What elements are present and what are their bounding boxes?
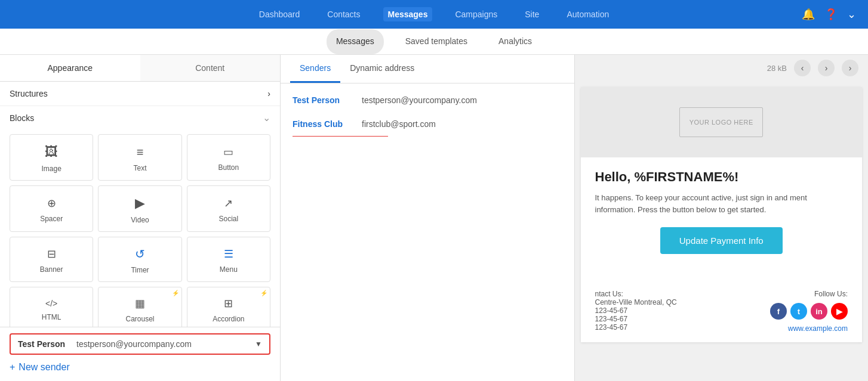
twitter-icon[interactable]: t <box>790 303 807 320</box>
sub-navigation: Messages Saved templates Analytics <box>0 29 868 55</box>
block-html[interactable]: </> HTML <box>10 287 93 327</box>
block-text[interactable]: ≡ Text <box>98 134 181 181</box>
block-carousel-label: Carousel <box>125 315 154 323</box>
footer-social: Follow Us: f t in ▶ www.example.com <box>770 290 848 333</box>
block-button-label: Button <box>218 163 239 172</box>
block-banner-label: Banner <box>40 265 63 274</box>
sender-0-name: Test Person <box>293 95 352 105</box>
menu-icon: ☰ <box>224 247 233 261</box>
senders-tabs: Senders Dynamic address <box>281 55 574 83</box>
nav-messages[interactable]: Messages <box>383 7 433 21</box>
carousel-icon: ▦ <box>135 297 145 310</box>
sender-select[interactable]: Test Person testperson@yourcompany.com ▼ <box>10 333 270 355</box>
email-greeting: Hello, %FIRSTNAME%! <box>595 169 848 185</box>
subnav-messages[interactable]: Messages <box>327 29 384 54</box>
youtube-icon[interactable]: ▶ <box>831 303 848 320</box>
user-menu-icon[interactable]: ⌄ <box>847 8 856 21</box>
block-image-label: Image <box>41 165 61 173</box>
button-icon: ▭ <box>223 145 233 159</box>
block-social[interactable]: ↗ Social <box>187 185 270 232</box>
block-accordion-label: Accordion <box>213 315 244 323</box>
sender-row-0[interactable]: Test Person testperson@yourcompany.com <box>281 88 574 112</box>
preview-toolbar: 28 kB ‹ › › <box>575 55 869 81</box>
email-logo: YOUR LOGO HERE <box>679 107 763 137</box>
block-spacer[interactable]: ⊕ Spacer <box>10 185 93 232</box>
sender-row-1[interactable]: Fitness Club firstclub@sport.com <box>281 112 574 136</box>
nav-site[interactable]: Site <box>520 7 544 21</box>
footer-address: Centre-Ville Montreal, QC <box>595 298 771 306</box>
chevron-right-icon: › <box>267 89 270 98</box>
block-image[interactable]: 🖼 Image <box>10 134 93 181</box>
selected-sender-email: testperson@yourcompany.com <box>76 339 250 349</box>
accordion-icon: ⊞ <box>224 297 233 310</box>
text-icon: ≡ <box>137 145 144 159</box>
tab-senders[interactable]: Senders <box>290 55 340 83</box>
sender-bar: Test Person testperson@yourcompany.com ▼… <box>0 327 280 381</box>
help-icon[interactable]: ❓ <box>824 8 838 21</box>
instagram-icon[interactable]: in <box>811 303 827 320</box>
sender-1-name: Fitness Club <box>293 119 352 129</box>
nav-links: Dashboard Contacts Messages Campaigns Si… <box>254 7 614 21</box>
email-logo-area: YOUR LOGO HERE <box>581 87 863 157</box>
senders-list: Test Person testperson@yourcompany.com F… <box>281 83 574 381</box>
structures-section[interactable]: Structures › <box>0 82 280 106</box>
sender-divider <box>293 136 388 137</box>
left-panel: Appearance Content Structures › Blocks ⌄… <box>0 55 281 381</box>
sender-1-email: firstclub@sport.com <box>362 119 436 129</box>
block-button[interactable]: ▭ Button <box>187 134 270 181</box>
nav-automation[interactable]: Automation <box>562 7 614 21</box>
image-icon: 🖼 <box>45 144 58 160</box>
timer-icon: ↺ <box>135 247 145 261</box>
block-video[interactable]: ▶ Video <box>98 185 181 232</box>
blocks-collapse-icon[interactable]: ⌄ <box>263 112 270 123</box>
nav-contacts[interactable]: Contacts <box>322 7 365 21</box>
facebook-icon[interactable]: f <box>770 303 787 320</box>
top-nav-icons: 🔔 ❓ ⌄ <box>802 8 856 21</box>
block-carousel[interactable]: ⚡ ▦ Carousel <box>98 287 181 327</box>
preview-content: YOUR LOGO HERE Hello, %FIRSTNAME%! It ha… <box>575 81 869 381</box>
preview-forward-button[interactable]: › <box>818 60 835 76</box>
footer-follow-label: Follow Us: <box>814 290 848 298</box>
nav-dashboard[interactable]: Dashboard <box>254 7 305 21</box>
logo-placeholder-text: YOUR LOGO HERE <box>690 119 753 126</box>
block-banner[interactable]: ⊟ Banner <box>10 237 93 282</box>
footer-phone2: 123-45-67 <box>595 315 771 323</box>
block-text-label: Text <box>133 164 146 172</box>
blocks-grid: 🖼 Image ≡ Text ▭ Button ⊕ Spacer ▶ Video… <box>0 129 280 327</box>
selected-sender-name: Test Person <box>18 339 72 349</box>
bell-icon[interactable]: 🔔 <box>802 8 815 21</box>
block-timer[interactable]: ↺ Timer <box>98 237 181 282</box>
blocks-header: Blocks ⌄ <box>0 106 280 129</box>
block-menu[interactable]: ☰ Menu <box>187 237 270 282</box>
nav-campaigns[interactable]: Campaigns <box>450 7 502 21</box>
blocks-label: Blocks <box>10 113 34 123</box>
plus-icon: + <box>10 362 15 373</box>
email-preview: YOUR LOGO HERE Hello, %FIRSTNAME%! It ha… <box>581 87 863 342</box>
email-body: Hello, %FIRSTNAME%! It happens. To keep … <box>581 157 863 280</box>
block-html-label: HTML <box>42 313 61 321</box>
block-accordion[interactable]: ⚡ ⊞ Accordion <box>187 287 270 327</box>
video-icon: ▶ <box>135 196 145 211</box>
preview-back-button[interactable]: ‹ <box>794 60 811 76</box>
new-sender-label: New sender <box>19 362 69 373</box>
footer-link[interactable]: www.example.com <box>788 324 848 333</box>
subnav-analytics[interactable]: Analytics <box>489 29 541 54</box>
main-layout: Appearance Content Structures › Blocks ⌄… <box>0 55 868 381</box>
footer-contact-label: ntact Us: <box>595 290 771 298</box>
social-icons: f t in ▶ <box>770 303 848 320</box>
block-spacer-label: Spacer <box>40 215 63 223</box>
spacer-icon: ⊕ <box>47 197 56 210</box>
new-sender-button[interactable]: + New sender <box>10 360 270 375</box>
update-payment-button[interactable]: Update Payment Info <box>660 227 783 254</box>
sender-dropdown-arrow: ▼ <box>255 340 262 348</box>
preview-size: 28 kB <box>584 64 787 73</box>
footer-phone1: 123-45-67 <box>595 306 771 315</box>
preview-close-button[interactable]: › <box>842 60 858 76</box>
subnav-saved-templates[interactable]: Saved templates <box>396 29 477 54</box>
structures-label: Structures <box>10 89 48 98</box>
tab-content[interactable]: Content <box>140 55 281 81</box>
tab-dynamic-address[interactable]: Dynamic address <box>340 55 424 83</box>
tab-appearance[interactable]: Appearance <box>0 55 140 81</box>
sender-0-email: testperson@yourcompany.com <box>362 95 477 105</box>
footer-contact: ntact Us: Centre-Ville Montreal, QC 123-… <box>595 290 771 332</box>
